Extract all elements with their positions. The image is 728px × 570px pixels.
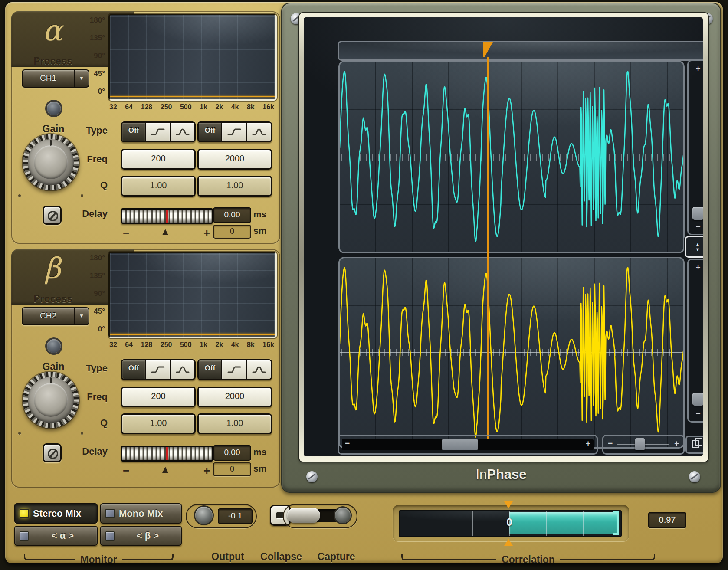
spinner-down-icon[interactable]: ▼ xyxy=(695,247,700,252)
freq1-field[interactable]: 200 xyxy=(121,149,196,170)
scroll-minus-label[interactable]: − xyxy=(345,439,350,448)
freq1-field[interactable]: 200 xyxy=(121,387,196,407)
sm-unit-label: sm xyxy=(253,463,275,474)
delay-wheel[interactable] xyxy=(121,446,213,462)
q1-field[interactable]: 1.00 xyxy=(121,413,196,434)
phase-axis: 180°135°90°45°0° xyxy=(75,254,105,334)
scrollbar-thumb[interactable] xyxy=(442,439,478,450)
freq2-field[interactable]: 2000 xyxy=(197,149,272,170)
mono-mix-button[interactable]: Mono Mix xyxy=(100,503,182,524)
filter2-type-control: Off xyxy=(197,359,272,380)
correlation-group-label: Correlation xyxy=(496,554,560,566)
filter1-type-control: Off xyxy=(121,121,196,142)
ms-unit-label: ms xyxy=(253,209,275,219)
delay-samples-field[interactable]: 0 xyxy=(213,225,251,239)
freq-axis-tick: 250 xyxy=(161,341,172,349)
link-panels-button[interactable] xyxy=(685,436,703,454)
freq-label: Freq xyxy=(51,154,108,165)
freq-axis-tick: 2k xyxy=(215,341,223,349)
filter1-type-control: Off xyxy=(121,359,196,380)
filter1-type-shelf[interactable] xyxy=(146,123,170,141)
filter2-type-bell[interactable] xyxy=(246,360,271,379)
filter1-type-off[interactable]: Off xyxy=(122,360,146,379)
monitor-beta-button[interactable]: < β > xyxy=(100,526,182,546)
title-phase: Phase xyxy=(487,467,526,482)
filter2-type-off[interactable]: Off xyxy=(199,123,222,141)
playback-cursor[interactable] xyxy=(487,57,489,448)
stereo-mix-led xyxy=(20,509,29,518)
phase-axis-tick: 135° xyxy=(90,272,105,280)
meter-gridline xyxy=(583,511,584,536)
slider-thumb[interactable] xyxy=(692,393,703,406)
horizontal-zoom-slider[interactable]: − + xyxy=(602,435,685,455)
delay-minus-label: − xyxy=(123,226,129,240)
filter2-type-control: Off xyxy=(197,121,272,142)
monitor-alpha-label: < α > xyxy=(33,530,92,541)
waveform-panel-beta[interactable] xyxy=(338,257,685,449)
slider-thumb[interactable] xyxy=(692,207,703,220)
correlation-fill xyxy=(509,512,617,534)
delay-wheel[interactable] xyxy=(121,208,213,224)
hzoom-plus-label[interactable]: + xyxy=(674,439,679,448)
filter2-type-shelf[interactable] xyxy=(222,360,246,379)
monitor-alpha-button[interactable]: < α > xyxy=(14,526,98,546)
gain-led xyxy=(47,102,61,115)
zoom-in-label[interactable]: + xyxy=(689,64,703,73)
q1-field[interactable]: 1.00 xyxy=(121,176,196,197)
vertical-zoom-slider-alpha[interactable]: + − xyxy=(687,60,703,235)
slider-thumb[interactable] xyxy=(635,438,645,450)
filter1-type-off[interactable]: Off xyxy=(122,123,146,141)
output-knob[interactable] xyxy=(195,507,213,524)
q2-field[interactable]: 1.00 xyxy=(197,176,272,197)
filter1-type-bell[interactable] xyxy=(170,123,194,141)
filter2-type-off[interactable]: Off xyxy=(199,360,222,379)
delay-samples-field[interactable]: 0 xyxy=(213,462,251,476)
delay-pointer-icon xyxy=(162,229,168,235)
freq-label: Freq xyxy=(51,391,108,403)
monitor-alpha-led xyxy=(20,531,29,541)
phase-axis-tick: 90° xyxy=(94,289,105,298)
delay-ms-field[interactable]: 0.00 xyxy=(213,207,251,223)
correlation-marker-icon xyxy=(504,501,513,508)
delay-plus-label: + xyxy=(203,464,210,478)
zoom-out-label[interactable]: − xyxy=(689,222,703,231)
filter1-type-bell[interactable] xyxy=(170,360,194,379)
filter1-type-shelf[interactable] xyxy=(146,360,170,379)
filter2-type-bell[interactable] xyxy=(246,123,271,141)
spinner-up-icon[interactable]: ▲ xyxy=(695,242,700,247)
panel-spinner-button[interactable]: ▲ ▼ xyxy=(685,236,703,258)
vertical-zoom-slider-beta[interactable]: + − xyxy=(687,259,703,423)
waveform-display-module: + − ▲ ▼ + − − + − xyxy=(281,3,721,493)
phase-curve xyxy=(110,96,275,97)
phase-axis-tick: 0° xyxy=(98,325,105,334)
overview-timeline[interactable] xyxy=(338,41,703,61)
freq-axis-tick: 16k xyxy=(262,341,274,349)
scroll-plus-label[interactable]: + xyxy=(586,439,590,448)
capture-button[interactable] xyxy=(335,508,351,523)
delay-ms-field[interactable]: 0.00 xyxy=(213,445,251,461)
freq-axis-tick: 64 xyxy=(125,103,133,111)
output-value-field[interactable]: -0.1 xyxy=(218,508,253,524)
phase-axis-tick: 180° xyxy=(90,16,105,25)
phase-axis-tick: 45° xyxy=(94,307,105,316)
meter-gridline xyxy=(436,511,436,536)
capture-toggle-lever[interactable] xyxy=(287,508,320,523)
filter2-type-shelf[interactable] xyxy=(222,123,246,141)
phase-curve xyxy=(110,334,275,335)
correlation-range-bracket xyxy=(613,511,619,535)
stereo-mix-button[interactable]: Stereo Mix xyxy=(14,503,98,524)
hzoom-minus-label[interactable]: − xyxy=(608,439,613,448)
zoom-in-label[interactable]: + xyxy=(689,262,703,272)
correlation-value: 0.97 xyxy=(648,512,686,528)
freq-axis-tick: 500 xyxy=(180,103,192,111)
freq2-field[interactable]: 2000 xyxy=(197,387,272,407)
q2-field[interactable]: 1.00 xyxy=(197,413,272,434)
waveform-panel-alpha[interactable] xyxy=(338,61,685,253)
phase-axis-tick: 45° xyxy=(94,69,105,78)
phase-graph-screen xyxy=(110,15,275,99)
process-value: CH1 xyxy=(23,70,74,87)
freq-axis-tick: 1k xyxy=(200,103,207,111)
zoom-out-label[interactable]: − xyxy=(689,409,703,419)
horizontal-scrollbar[interactable]: − + xyxy=(338,435,598,455)
inphase-plugin-window: α Process CH1 ▼ Gain 180°135°90°45°0° 32… xyxy=(0,0,728,570)
